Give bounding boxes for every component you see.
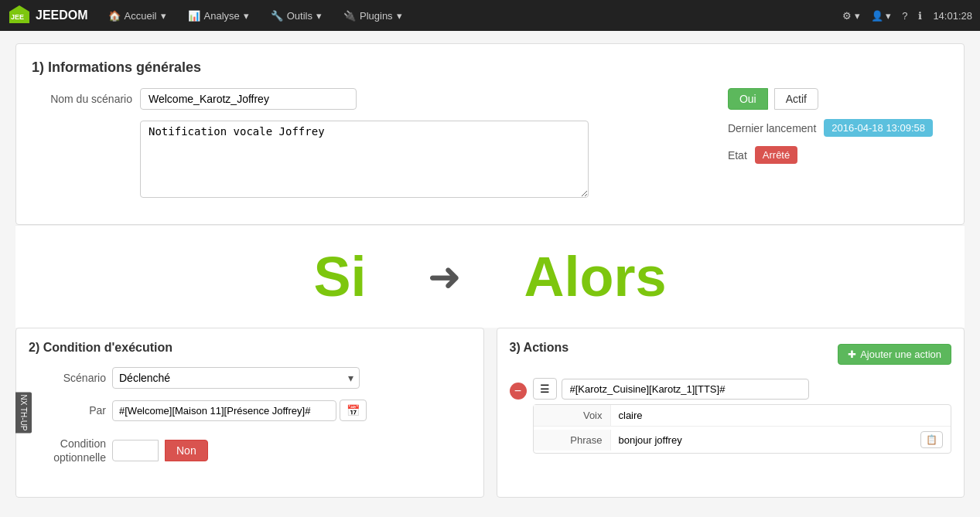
home-icon: 🏠: [108, 10, 121, 22]
chevron-down-icon: ▾: [397, 10, 402, 22]
chevron-down-icon: ▾: [161, 10, 166, 22]
optional-row: Condition optionnelle Non: [29, 437, 471, 464]
si-alors-section: Si ➜ Alors: [15, 225, 965, 328]
plugins-icon: 🔌: [343, 10, 356, 22]
etat-label: Etat: [728, 149, 747, 162]
brand-name: JEEDOM: [36, 9, 88, 22]
section1-title: 1) Informations générales: [32, 60, 948, 76]
alors-text: Alors: [524, 249, 666, 304]
phrase-expand-icon[interactable]: 📋: [920, 431, 943, 448]
etat-badge: Arrêté: [755, 146, 797, 164]
chevron-down-icon: ▾: [316, 10, 322, 22]
scenario-name-input[interactable]: [140, 88, 357, 110]
plus-icon: ✚: [848, 349, 856, 360]
bottom-row: NX TH-UP 2) Condition d'exécution Scénar…: [15, 328, 965, 498]
btn-non[interactable]: Non: [165, 440, 208, 461]
nav-outils[interactable]: 🔧 Outils ▾: [261, 0, 331, 31]
phrase-row: Phrase 📋: [534, 427, 951, 453]
par-label: Par: [29, 404, 106, 417]
scenario-name-row: Nom du scénario: [32, 88, 728, 110]
description-row: Notification vocale Joffrey: [32, 121, 728, 198]
scenario-select-label: Scénario: [29, 372, 106, 384]
description-textarea[interactable]: Notification vocale Joffrey: [140, 121, 589, 198]
remove-action-button[interactable]: −: [510, 383, 527, 400]
etat-row: Etat Arrêté: [728, 146, 797, 164]
optional-label: Condition optionnelle: [29, 437, 106, 464]
par-input[interactable]: [112, 400, 336, 421]
help-icon[interactable]: ?: [902, 10, 907, 22]
lancement-badge: 2016-04-18 13:09:58: [824, 119, 933, 137]
optional-input[interactable]: [112, 440, 159, 461]
section-info: 1) Informations générales Nom du scénari…: [15, 43, 965, 225]
info-icon[interactable]: ℹ: [918, 10, 922, 22]
scenario-select-wrapper: Déclenché: [112, 367, 360, 389]
left-form: Nom du scénario Notification vocale Joff…: [32, 88, 728, 209]
navbar-right: ⚙ ▾ 👤 ▾ ? ℹ 14:01:28: [842, 10, 972, 22]
settings-icon[interactable]: ⚙ ▾: [842, 10, 860, 22]
navbar-left: JEE JEEDOM 🏠 Accueil ▾ 📊 Analyse ▾ 🔧 Out…: [8, 0, 411, 31]
action-header: 3) Actions ✚ Ajouter une action: [510, 341, 952, 367]
scenario-select-row: Scénario Déclenché: [29, 367, 471, 389]
section2-title: 2) Condition d'exécution: [29, 341, 471, 355]
action-list-icon[interactable]: ☰: [533, 378, 557, 400]
brand[interactable]: JEE JEEDOM: [8, 4, 88, 27]
action-input-row: ☰: [533, 378, 952, 400]
action-row: − ☰ Voix Phrase: [510, 378, 952, 454]
btn-actif[interactable]: Actif: [774, 88, 818, 110]
navbar: JEE JEEDOM 🏠 Accueil ▾ 📊 Analyse ▾ 🔧 Out…: [0, 0, 980, 31]
nav-accueil[interactable]: 🏠 Accueil ▾: [99, 0, 176, 31]
voix-label: Voix: [534, 405, 611, 426]
chevron-down-icon: ▾: [244, 10, 249, 22]
arrow-icon: ➜: [428, 253, 462, 300]
voix-input[interactable]: [619, 410, 944, 421]
main-content: 1) Informations générales Nom du scénari…: [0, 31, 980, 510]
phrase-input[interactable]: [619, 434, 918, 446]
action-text-input[interactable]: [562, 379, 809, 400]
nav-analyse[interactable]: 📊 Analyse ▾: [179, 0, 258, 31]
clock: 14:01:28: [933, 10, 972, 22]
lancement-row: Dernier lancement 2016-04-18 13:09:58: [728, 119, 933, 137]
voix-row: Voix: [534, 405, 951, 427]
tag-label: NX TH-UP: [15, 392, 32, 433]
add-action-button[interactable]: ✚ Ajouter une action: [838, 344, 951, 365]
section3-title: 3) Actions: [510, 341, 569, 355]
user-icon[interactable]: 👤 ▾: [871, 10, 892, 22]
par-input-group: 📅: [112, 400, 367, 421]
action-detail-table: Voix Phrase 📋: [533, 404, 952, 454]
brand-logo-icon: JEE: [8, 4, 31, 27]
status-row: Oui Actif: [728, 88, 818, 110]
btn-oui[interactable]: Oui: [728, 88, 768, 110]
scenario-name-label: Nom du scénario: [32, 88, 132, 105]
phrase-value: 📋: [611, 427, 951, 453]
scenario-select[interactable]: Déclenché: [112, 367, 360, 389]
voix-value: [611, 405, 951, 426]
phrase-label: Phrase: [534, 430, 611, 451]
tools-icon: 🔧: [271, 10, 283, 22]
svg-text:JEE: JEE: [11, 13, 24, 21]
section-actions: 3) Actions ✚ Ajouter une action − ☰ Voix: [497, 328, 965, 498]
lancement-label: Dernier lancement: [728, 122, 816, 134]
right-panel: Oui Actif Dernier lancement 2016-04-18 1…: [728, 88, 948, 164]
action-content: ☰ Voix Phrase: [533, 378, 952, 454]
description-label: [32, 121, 132, 125]
section-condition: NX TH-UP 2) Condition d'exécution Scénar…: [15, 328, 484, 498]
analyse-icon: 📊: [188, 10, 200, 22]
si-text: Si: [313, 249, 366, 304]
nav-plugins[interactable]: 🔌 Plugins ▾: [334, 0, 411, 31]
calendar-button[interactable]: 📅: [340, 400, 367, 421]
par-row: Par 📅: [29, 400, 471, 421]
